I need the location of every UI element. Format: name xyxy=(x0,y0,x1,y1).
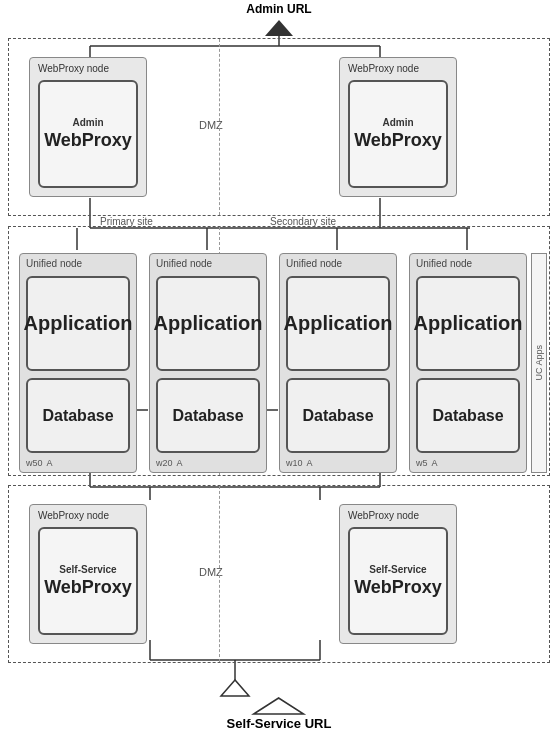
top-zone: DMZ WebProxy node Admin WebProxy WebProx… xyxy=(8,38,550,216)
un3-weight: w10 xyxy=(286,458,303,468)
un1-app-box: Application xyxy=(26,276,130,371)
wp-bot-left-name: WebProxy xyxy=(44,577,132,598)
un3-app-box: Application xyxy=(286,276,390,371)
un2-app-box: Application xyxy=(156,276,260,371)
un1-a: A xyxy=(47,458,53,468)
un2-a: A xyxy=(177,458,183,468)
svg-marker-23 xyxy=(254,698,304,714)
self-service-arrow-svg xyxy=(249,696,309,716)
wp-bot-left-label: WebProxy node xyxy=(38,510,146,521)
bottom-zone: DMZ WebProxy node Self-Service WebProxy … xyxy=(8,485,550,663)
wp-top-left-title: Admin xyxy=(72,117,103,128)
wp-bot-left-title: Self-Service xyxy=(59,564,116,575)
webproxy-bot-left: WebProxy node Self-Service WebProxy xyxy=(29,504,147,644)
self-service-url-container: Self-Service URL xyxy=(227,696,332,731)
wp-top-left-inner: Admin WebProxy xyxy=(38,80,138,188)
wp-bot-right-title: Self-Service xyxy=(369,564,426,575)
middle-zone: Unified node Application Database w50 A … xyxy=(8,226,550,476)
unified-node-1: Unified node Application Database w50 A xyxy=(19,253,137,473)
un2-weight: w20 xyxy=(156,458,173,468)
un1-db-box: Database xyxy=(26,378,130,453)
webproxy-top-left: WebProxy node Admin WebProxy xyxy=(29,57,147,197)
un1-label: Unified node xyxy=(26,258,136,269)
wp-bot-right-name: WebProxy xyxy=(354,577,442,598)
unified-node-4: Unified node Application Database w5 A xyxy=(409,253,527,473)
un4-app-box: Application xyxy=(416,276,520,371)
un2-db-box: Database xyxy=(156,378,260,453)
un4-footer: w5 A xyxy=(416,458,438,468)
un4-weight: w5 xyxy=(416,458,428,468)
unified-node-3: Unified node Application Database w10 A xyxy=(279,253,397,473)
admin-url-label: Admin URL xyxy=(246,2,311,16)
un4-a: A xyxy=(432,458,438,468)
admin-url-arrow xyxy=(265,20,293,36)
self-service-arrow xyxy=(221,680,249,696)
un1-footer: w50 A xyxy=(26,458,53,468)
webproxy-bot-right: WebProxy node Self-Service WebProxy xyxy=(339,504,457,644)
wp-bot-right-inner: Self-Service WebProxy xyxy=(348,527,448,635)
architecture-diagram: Admin URL DMZ WebProxy node Admin WebPro… xyxy=(0,0,558,739)
un4-label: Unified node xyxy=(416,258,526,269)
wp-top-left-label: WebProxy node xyxy=(38,63,146,74)
uc-apps-label: UC Apps xyxy=(534,345,544,381)
un3-label: Unified node xyxy=(286,258,396,269)
un3-a: A xyxy=(307,458,313,468)
webproxy-top-right: WebProxy node Admin WebProxy xyxy=(339,57,457,197)
un4-db-box: Database xyxy=(416,378,520,453)
wp-bot-left-inner: Self-Service WebProxy xyxy=(38,527,138,635)
un2-footer: w20 A xyxy=(156,458,183,468)
wp-bot-right-label: WebProxy node xyxy=(348,510,456,521)
un2-label: Unified node xyxy=(156,258,266,269)
self-service-url-label: Self-Service URL xyxy=(227,716,332,731)
wp-top-right-inner: Admin WebProxy xyxy=(348,80,448,188)
wp-top-right-name: WebProxy xyxy=(354,130,442,151)
wp-top-left-name: WebProxy xyxy=(44,130,132,151)
un3-footer: w10 A xyxy=(286,458,313,468)
wp-top-right-title: Admin xyxy=(382,117,413,128)
wp-top-right-label: WebProxy node xyxy=(348,63,456,74)
uc-apps-bracket: UC Apps xyxy=(531,253,547,473)
un1-weight: w50 xyxy=(26,458,43,468)
un3-db-box: Database xyxy=(286,378,390,453)
unified-node-2: Unified node Application Database w20 A xyxy=(149,253,267,473)
